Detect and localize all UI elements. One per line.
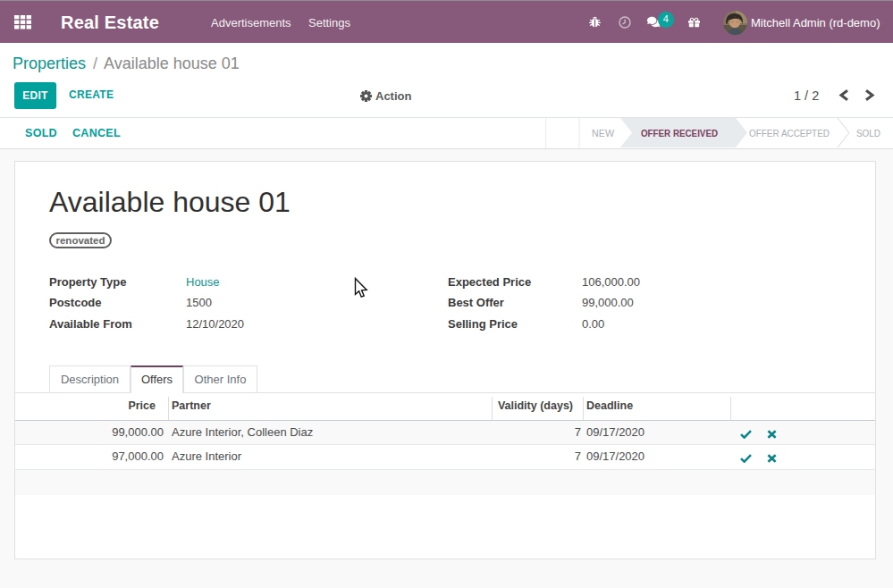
svg-text:OFFER ACCEPTED: OFFER ACCEPTED	[749, 128, 830, 139]
svg-text:SOLD: SOLD	[856, 128, 880, 139]
svg-text:NEW: NEW	[592, 128, 614, 139]
svg-text:OFFER RECEIVED: OFFER RECEIVED	[641, 128, 718, 139]
